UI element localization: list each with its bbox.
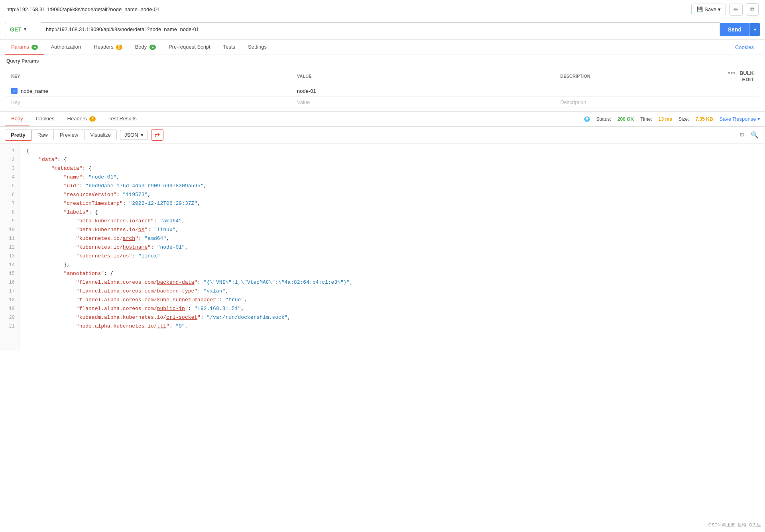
dots-icon: ••• xyxy=(728,69,736,76)
code-line-16: "flannel.alpha.coreos.com/backend-data":… xyxy=(26,278,759,287)
key-cell: node_name xyxy=(6,85,292,97)
edit-button[interactable]: ✏ xyxy=(729,4,743,16)
search-button[interactable]: 🔍 xyxy=(749,130,760,140)
code-line-8: "labels": { xyxy=(26,208,759,217)
wrap-button[interactable]: ⇄ xyxy=(151,129,163,141)
bulk-edit-button[interactable]: Bulk Edit xyxy=(739,70,754,82)
tab-cookies[interactable]: Cookies xyxy=(729,40,760,54)
response-tab-cookies[interactable]: Cookies xyxy=(29,112,61,126)
top-url: http://192.168.31.1:9090/api/k8s/node/de… xyxy=(6,6,159,12)
key-value: node_name xyxy=(21,88,48,94)
tab-body[interactable]: Body ● xyxy=(129,40,162,55)
body-badge: ● xyxy=(149,45,156,50)
top-actions: 💾 Save ▾ ✏ ⧉ xyxy=(691,3,759,16)
headers-response-badge: 3 xyxy=(89,116,96,122)
save-response-button[interactable]: Save Response ▾ xyxy=(720,116,760,122)
code-line-17: "flannel.alpha.coreos.com/backend-type":… xyxy=(26,287,759,296)
code-line-9: "beta.kubernetes.io/arch": "amd64", xyxy=(26,217,759,226)
method-label: GET xyxy=(10,26,22,33)
placeholder-key[interactable]: Key xyxy=(6,97,292,108)
tab-params[interactable]: Params ● xyxy=(5,40,44,55)
value-cell[interactable]: node-01 xyxy=(292,85,555,97)
headers-badge: 8 xyxy=(116,45,122,50)
send-dropdown-button[interactable]: ▾ xyxy=(749,23,760,36)
params-badge: ● xyxy=(31,45,38,50)
save-icon: 💾 xyxy=(696,6,703,12)
format-tabs: Pretty Raw Preview Visualize xyxy=(5,130,117,141)
params-table: KEY VALUE DESCRIPTION ••• Bulk Edit node… xyxy=(6,67,759,108)
placeholder-value[interactable]: Value xyxy=(292,97,555,108)
status-value: 200 OK xyxy=(618,116,634,122)
table-row: node_name node-01 xyxy=(6,85,759,97)
tab-prerequest[interactable]: Pre-request Script xyxy=(162,40,217,55)
code-content: { "data": { "metadata": { "name": "node-… xyxy=(20,143,765,351)
time-value: 13 ms xyxy=(659,116,672,122)
tab-authorization[interactable]: Authorization xyxy=(44,40,87,55)
row-actions xyxy=(711,85,759,97)
code-line-15: "annotations": { xyxy=(26,269,759,278)
globe-icon: 🌐 xyxy=(584,116,590,122)
code-line-3: "metadata": { xyxy=(26,164,759,173)
code-line-13: "kubernetes.io/os": "linux" xyxy=(26,252,759,261)
code-line-12: "kubernetes.io/hostname": "node-01", xyxy=(26,243,759,252)
query-params-section: Query Params KEY VALUE DESCRIPTION ••• B… xyxy=(0,55,765,112)
format-tab-raw[interactable]: Raw xyxy=(31,130,54,140)
request-tabs: Params ● Authorization Headers 8 Body ● … xyxy=(5,40,273,55)
row-checkbox[interactable] xyxy=(11,88,18,94)
format-tabs-group: Pretty Raw Preview Visualize JSON ▾ ⇄ xyxy=(5,129,163,141)
response-tabs-bar: Body Cookies Headers 3 Test Results 🌐 St… xyxy=(0,112,765,127)
save-button[interactable]: 💾 Save ▾ xyxy=(691,4,726,15)
col-value: VALUE xyxy=(292,67,555,85)
response-tabs: Body Cookies Headers 3 Test Results xyxy=(5,112,143,126)
format-tab-visualize[interactable]: Visualize xyxy=(84,130,117,140)
query-params-title: Query Params xyxy=(6,58,759,64)
format-tab-preview[interactable]: Preview xyxy=(54,130,84,140)
code-area: 12345 678910 1112131415 1617181920 21 { … xyxy=(0,143,765,351)
code-line-5: "uid": "60d9dabe-176d-4db3-b909-69978309… xyxy=(26,182,759,190)
code-line-7: "creationTimestamp": "2022-12-12T06:29:3… xyxy=(26,199,759,208)
code-line-11: "kubernetes.io/arch": "amd64", xyxy=(26,234,759,243)
size-value: 7.35 KB xyxy=(696,116,713,122)
tab-tests[interactable]: Tests xyxy=(217,40,242,55)
url-input[interactable] xyxy=(41,22,720,36)
code-line-18: "flannel.alpha.coreos.com/kube-subnet-ma… xyxy=(26,296,759,304)
top-bar: http://192.168.31.1:9090/api/k8s/node/de… xyxy=(0,0,765,19)
placeholder-description[interactable]: Description xyxy=(555,97,711,108)
code-line-1: { xyxy=(26,147,759,155)
method-dropdown-icon: ▾ xyxy=(24,27,26,32)
code-line-2: "data": { xyxy=(26,155,759,164)
json-dropdown-icon: ▾ xyxy=(141,132,144,138)
col-key: KEY xyxy=(6,67,292,85)
code-line-6: "resourceVersion": "119573", xyxy=(26,190,759,199)
tab-settings[interactable]: Settings xyxy=(242,40,273,55)
response-tab-testresults[interactable]: Test Results xyxy=(102,112,143,126)
format-tab-pretty[interactable]: Pretty xyxy=(5,130,31,141)
code-line-4: "name": "node-01", xyxy=(26,173,759,182)
code-line-19: "flannel.alpha.coreos.com/public-ip": "1… xyxy=(26,304,759,313)
response-status-area: 🌐 Status: 200 OK Time: 13 ms Size: 7.35 … xyxy=(584,116,760,122)
code-line-21: "node.alpha.kubernetes.io/ttl": "0", xyxy=(26,322,759,331)
line-numbers: 12345 678910 1112131415 1617181920 21 xyxy=(0,143,20,351)
col-actions: ••• Bulk Edit xyxy=(711,67,759,85)
code-line-10: "beta.kubernetes.io/os": "linux", xyxy=(26,226,759,234)
placeholder-actions xyxy=(711,97,759,108)
json-format-select[interactable]: JSON ▾ xyxy=(120,130,148,140)
code-line-20: "kubeadm.alpha.kubernetes.io/cri-socket"… xyxy=(26,313,759,322)
copy-button[interactable]: ⧉ xyxy=(738,130,746,140)
tabs-bar: Params ● Authorization Headers 8 Body ● … xyxy=(0,40,765,55)
description-cell xyxy=(555,85,711,97)
tab-headers[interactable]: Headers 8 xyxy=(87,40,128,55)
placeholder-row: Key Value Description xyxy=(6,97,759,108)
method-select[interactable]: GET ▾ xyxy=(5,23,41,36)
col-description: DESCRIPTION xyxy=(555,67,711,85)
format-right-actions: ⧉ 🔍 xyxy=(738,130,760,140)
send-button[interactable]: Send xyxy=(720,23,749,36)
format-bar: Pretty Raw Preview Visualize JSON ▾ ⇄ ⧉ … xyxy=(0,127,765,143)
code-line-14: }, xyxy=(26,261,759,269)
response-tab-headers[interactable]: Headers 3 xyxy=(61,112,102,126)
share-button[interactable]: ⧉ xyxy=(746,3,759,16)
json-label: JSON xyxy=(124,132,138,138)
request-bar: GET ▾ Send ▾ xyxy=(0,19,765,40)
save-dropdown-icon: ▾ xyxy=(718,6,721,12)
response-tab-body[interactable]: Body xyxy=(5,112,29,126)
